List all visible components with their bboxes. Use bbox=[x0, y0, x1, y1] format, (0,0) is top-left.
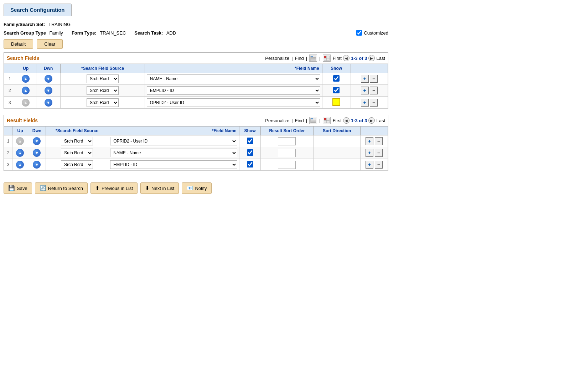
up-arrow-btn[interactable]: ▲ bbox=[16, 149, 24, 157]
field-name-select[interactable]: OPRID2 - User ID bbox=[110, 137, 237, 145]
sf-next-btn[interactable]: ▶ bbox=[368, 55, 375, 61]
source-select[interactable]: Srch Rcrd bbox=[87, 86, 119, 95]
sf-pagination: First ◀ 1-3 of 3 ▶ Last bbox=[333, 55, 385, 61]
sf-prev-btn[interactable]: ◀ bbox=[343, 55, 350, 61]
down-cell: ▼ bbox=[28, 135, 46, 147]
add-row-button[interactable]: + bbox=[366, 161, 373, 169]
rf-prev-btn[interactable]: ◀ bbox=[343, 117, 350, 124]
sf-col-empty bbox=[4, 64, 15, 73]
previous-in-list-button[interactable]: ⬆ Previous in List bbox=[90, 182, 138, 194]
tab-header[interactable]: Search Configuration bbox=[4, 4, 388, 16]
field-name-select[interactable]: OPRID2 - User ID bbox=[147, 98, 320, 107]
next-in-list-button[interactable]: ⬇ Next in List bbox=[140, 182, 179, 194]
rf-personalize-link[interactable]: Personalize bbox=[265, 118, 289, 123]
sf-find-link[interactable]: Find bbox=[295, 56, 304, 61]
rf-next-btn[interactable]: ▶ bbox=[368, 117, 375, 124]
customized-checkbox[interactable] bbox=[356, 30, 362, 36]
source-select[interactable]: Srch Rcrd bbox=[87, 98, 119, 107]
rf-col-source: *Search Field Source bbox=[46, 127, 108, 135]
sf-view-icon[interactable] bbox=[309, 55, 317, 62]
source-select[interactable]: Srch Rcrd bbox=[87, 74, 119, 83]
remove-row-button[interactable]: − bbox=[370, 99, 378, 107]
svg-rect-4 bbox=[311, 60, 316, 60]
row-number: 1 bbox=[4, 73, 15, 85]
search-task-wrap: Search Task: ADD bbox=[134, 30, 176, 36]
source-cell: Srch Rcrd bbox=[61, 85, 145, 97]
field-name-select[interactable]: NAME - Name bbox=[110, 149, 237, 157]
show-checkbox[interactable] bbox=[333, 87, 340, 93]
down-arrow-btn[interactable]: ▼ bbox=[33, 137, 41, 145]
up-arrow-btn[interactable]: ▲ bbox=[22, 75, 30, 83]
notify-button[interactable]: 📧 Notify bbox=[182, 182, 211, 194]
svg-rect-3 bbox=[311, 58, 316, 59]
down-arrow-btn[interactable]: ▼ bbox=[45, 99, 52, 107]
add-row-button[interactable]: + bbox=[366, 137, 373, 145]
add-row-button[interactable]: + bbox=[361, 75, 369, 83]
source-select[interactable]: Srch Rcrd bbox=[61, 149, 93, 157]
notify-icon: 📧 bbox=[186, 185, 193, 191]
show-checkbox[interactable] bbox=[247, 161, 253, 167]
sort-direction-cell bbox=[314, 159, 361, 171]
show-cell bbox=[239, 135, 260, 147]
form-type-label: Form Type: bbox=[72, 30, 97, 36]
show-cell bbox=[322, 85, 351, 97]
rf-view-icon[interactable] bbox=[309, 117, 317, 124]
source-select[interactable]: Srch Rcrd bbox=[61, 137, 93, 145]
show-checkbox[interactable] bbox=[247, 149, 253, 156]
search-task-value: ADD bbox=[166, 30, 176, 36]
rf-col-show: Show bbox=[239, 127, 260, 135]
down-arrow-btn[interactable]: ▼ bbox=[45, 75, 52, 83]
search-task-label: Search Task: bbox=[134, 30, 163, 36]
field-name-select[interactable]: EMPLID - ID bbox=[147, 86, 320, 95]
rf-col-fieldname: *Field Name bbox=[108, 127, 239, 135]
add-row-button[interactable]: + bbox=[361, 99, 369, 107]
field-name-select[interactable]: EMPLID - ID bbox=[110, 160, 237, 169]
rf-last-label: Last bbox=[376, 118, 385, 123]
default-button[interactable]: Default bbox=[4, 39, 33, 49]
svg-rect-17 bbox=[324, 118, 326, 120]
sort-direction-cell bbox=[314, 147, 361, 159]
row-number: 3 bbox=[4, 97, 15, 109]
sort-order-input[interactable] bbox=[278, 149, 296, 157]
remove-row-button[interactable]: − bbox=[375, 137, 383, 145]
sort-order-cell bbox=[260, 147, 314, 159]
rf-col-actions bbox=[360, 127, 388, 135]
result-fields-toolbar: Personalize | Find | | First ◀ 1-3 of 3 … bbox=[265, 117, 385, 124]
save-button[interactable]: 💾 Save bbox=[4, 182, 32, 194]
down-arrow-btn[interactable]: ▼ bbox=[33, 149, 41, 157]
up-arrow-btn[interactable]: ▲ bbox=[16, 161, 24, 169]
remove-row-button[interactable]: − bbox=[375, 149, 383, 157]
sort-order-cell bbox=[260, 159, 314, 171]
show-checkbox-yellow[interactable] bbox=[332, 98, 340, 106]
result-fields-header: Result Fields Personalize | Find | | Fir… bbox=[4, 115, 388, 126]
remove-row-button[interactable]: − bbox=[370, 87, 378, 94]
up-arrow-btn[interactable]: ▲ bbox=[22, 87, 30, 94]
row-number: 2 bbox=[4, 85, 15, 97]
add-row-button[interactable]: + bbox=[366, 149, 373, 157]
show-checkbox[interactable] bbox=[333, 75, 340, 82]
rf-col-sort-order: Result Sort Order bbox=[260, 127, 314, 135]
sf-grid-icon[interactable] bbox=[323, 55, 331, 62]
sf-col-actions bbox=[351, 64, 388, 73]
row-number: 2 bbox=[4, 147, 12, 159]
table-row: 3▲▼Srch RcrdOPRID2 - User ID+ − bbox=[4, 97, 388, 109]
return-to-search-button[interactable]: 🔄 Return to Search bbox=[35, 182, 88, 194]
sort-order-input[interactable] bbox=[278, 137, 296, 145]
sort-order-input[interactable] bbox=[278, 161, 296, 169]
clear-button[interactable]: Clear bbox=[37, 39, 63, 49]
add-row-button[interactable]: + bbox=[361, 87, 369, 94]
rf-find-link[interactable]: Find bbox=[295, 118, 304, 123]
up-cell: ▲ bbox=[12, 147, 28, 159]
rf-page-current: 1-3 of 3 bbox=[351, 118, 367, 123]
source-select[interactable]: Srch Rcrd bbox=[61, 160, 93, 169]
remove-row-button[interactable]: − bbox=[370, 75, 378, 83]
field-name-select[interactable]: NAME - Name bbox=[147, 74, 320, 83]
remove-row-button[interactable]: − bbox=[375, 161, 383, 169]
sf-personalize-link[interactable]: Personalize bbox=[265, 56, 289, 61]
save-label: Save bbox=[17, 186, 27, 191]
rf-grid-icon[interactable] bbox=[323, 117, 331, 124]
notify-label: Notify bbox=[195, 186, 207, 191]
down-arrow-btn[interactable]: ▼ bbox=[45, 87, 52, 94]
show-checkbox[interactable] bbox=[247, 138, 253, 144]
down-arrow-btn[interactable]: ▼ bbox=[33, 161, 41, 169]
